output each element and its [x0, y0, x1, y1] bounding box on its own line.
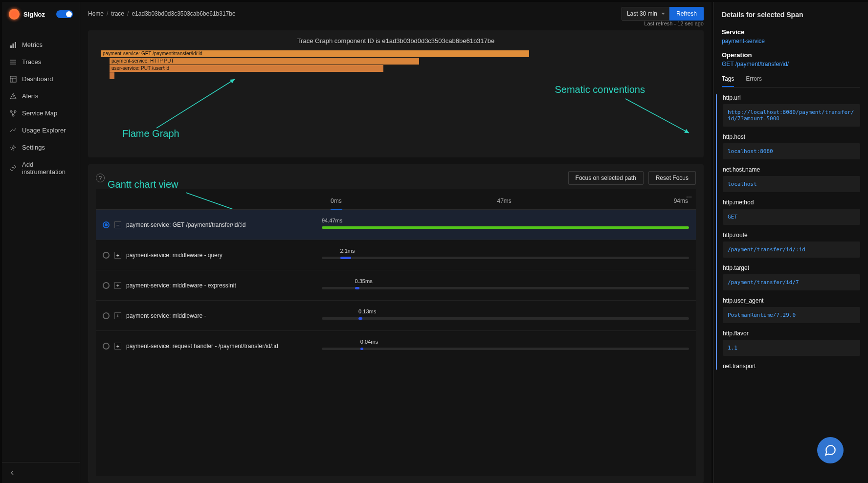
sidebar-item-service-map[interactable]: Service Map [2, 105, 80, 122]
timeline-tick: 47ms [497, 198, 664, 204]
list-icon [10, 59, 17, 66]
annotation-semantic: Sematic conventions [555, 84, 645, 95]
expand-toggle[interactable]: − [114, 221, 121, 228]
topbar: Home / trace / e1ad3b03bd0d3c3503cab6be6… [80, 2, 712, 25]
sidebar-item-settings[interactable]: Settings [2, 139, 80, 156]
timerange-select[interactable]: Last 30 min [622, 7, 669, 21]
sidebar-item-metrics[interactable]: Metrics [2, 36, 80, 53]
gantt-table: 0ms 47ms 94ms ⋯ − payment-service: GET /… [96, 189, 696, 476]
timeline-tick: 0ms [331, 198, 497, 204]
tab-errors[interactable]: Errors [746, 75, 762, 87]
row-radio[interactable] [103, 312, 110, 319]
tag-key: http.target [723, 264, 860, 271]
chat-widget-button[interactable] [817, 437, 844, 463]
tag-key: http.host [723, 133, 860, 140]
flame-row[interactable]: user-service: PUT /user/:id [110, 65, 383, 72]
sidebar-item-label: Usage Explorer [22, 127, 66, 134]
graph-icon [10, 110, 17, 117]
sidebar-item-label: Dashboard [22, 75, 53, 83]
operation-label: Operation [722, 51, 860, 59]
svg-rect-0 [10, 45, 12, 48]
tag-value[interactable]: /payment/transfer/id/7 [723, 274, 860, 290]
span-duration: 0.13ms [358, 308, 376, 314]
svg-rect-6 [10, 76, 16, 82]
expand-toggle[interactable]: + [114, 252, 121, 259]
span-bar [355, 287, 359, 289]
timeline-tick: 94ms [664, 198, 688, 204]
gantt-row[interactable]: + payment-service: request handler - /pa… [96, 331, 696, 361]
span-label: payment-service: middleware - query [126, 252, 317, 259]
help-icon[interactable]: ? [96, 174, 105, 182]
svg-point-15 [12, 147, 14, 149]
breadcrumb: Home / trace / e1ad3b03bd0d3c3503cab6be6… [88, 10, 236, 17]
brand-name: SigNoz [23, 11, 45, 18]
span-duration: 0.35ms [355, 278, 373, 284]
sidebar-item-label: Settings [22, 144, 45, 151]
svg-rect-2 [15, 42, 16, 48]
span-bar [358, 317, 362, 320]
reset-focus-button[interactable]: Reset Focus [648, 171, 696, 185]
tag-value[interactable]: localhost:8080 [723, 143, 860, 159]
details-title: Details for selected Span [722, 11, 860, 19]
gantt-row[interactable]: + payment-service: middleware - 0.13ms [96, 301, 696, 331]
flame-graph[interactable]: payment-service: GET /payment/transfer/i… [101, 50, 696, 79]
flame-row[interactable] [110, 72, 114, 79]
logo-icon [9, 9, 20, 20]
flame-row[interactable]: payment-service: GET /payment/transfer/i… [101, 50, 529, 57]
operation-value[interactable]: GET /payment/transfer/id/ [722, 61, 860, 67]
flame-row[interactable]: payment-service: HTTP PUT [110, 58, 419, 65]
gantt-row[interactable]: − payment-service: GET /payment/transfer… [96, 210, 696, 240]
sidebar-item-usage-explorer[interactable]: Usage Explorer [2, 122, 80, 139]
tag-value[interactable]: http://localhost:8080/payment/transfer/i… [723, 104, 860, 127]
sidebar-item-alerts[interactable]: Alerts [2, 88, 80, 105]
row-radio[interactable] [103, 282, 110, 289]
sidebar-item-traces[interactable]: Traces [2, 53, 80, 70]
tag-value[interactable]: /payment/transfer/id/:id [723, 242, 860, 258]
breadcrumb-separator: / [127, 10, 129, 17]
span-label: payment-service: GET /payment/transfer/i… [126, 221, 317, 228]
tag-value[interactable]: PostmanRuntime/7.29.0 [723, 307, 860, 323]
tag-key: http.flavor [723, 330, 860, 337]
tag-value[interactable]: 1.1 [723, 340, 860, 356]
sidebar: SigNoz MetricsTracesDashboardAlertsServi… [2, 2, 80, 483]
expand-toggle[interactable]: + [114, 282, 121, 289]
gantt-row[interactable]: + payment-service: middleware - query 2.… [96, 240, 696, 270]
last-refresh-text: Last refresh - 12 sec ago [644, 21, 712, 26]
row-radio[interactable] [103, 343, 110, 350]
span-duration: 0.04ms [360, 339, 378, 345]
gantt-row[interactable]: + payment-service: middleware - expressI… [96, 270, 696, 301]
service-label: Service [722, 28, 860, 36]
svg-rect-1 [13, 44, 14, 48]
tag-value[interactable]: GET [723, 209, 860, 225]
focus-selected-button[interactable]: Focus on selected path [568, 171, 644, 185]
sidebar-item-add-instrumentation[interactable]: Add instrumentation [2, 156, 80, 180]
span-details-panel: Details for selected Span Service paymen… [713, 2, 868, 483]
tab-tags[interactable]: Tags [722, 75, 734, 87]
span-duration: 94.47ms [322, 218, 342, 223]
service-value[interactable]: payment-service [722, 38, 860, 44]
refresh-button[interactable]: Refresh [669, 7, 704, 21]
span-bar [340, 257, 352, 259]
tag-key: net.transport [723, 363, 860, 370]
sidebar-item-label: Alerts [22, 92, 38, 100]
main: Home / trace / e1ad3b03bd0d3c3503cab6be6… [80, 2, 712, 483]
expand-toggle[interactable]: + [114, 343, 121, 350]
bar-chart-icon [10, 42, 17, 48]
tags-list: http.urlhttp://localhost:8080/payment/tr… [716, 94, 860, 370]
expand-toggle[interactable]: + [114, 312, 121, 319]
theme-toggle[interactable] [56, 10, 73, 18]
trace-graph-title: Trace Graph component ID is e1ad3b03bd0d… [96, 37, 696, 44]
tag-value[interactable]: localhost [723, 176, 860, 192]
tag-key: http.url [723, 94, 860, 101]
breadcrumb-trace[interactable]: trace [111, 10, 124, 17]
span-bar [322, 226, 689, 229]
sidebar-item-label: Metrics [22, 41, 43, 48]
row-radio[interactable] [103, 252, 110, 259]
span-label: payment-service: middleware - [126, 312, 317, 319]
breadcrumb-home[interactable]: Home [88, 10, 104, 17]
more-icon[interactable]: ⋯ [686, 194, 692, 200]
collapse-sidebar-button[interactable] [2, 462, 80, 483]
row-radio[interactable] [103, 221, 110, 228]
sidebar-item-dashboard[interactable]: Dashboard [2, 70, 80, 88]
span-bar [360, 348, 363, 350]
